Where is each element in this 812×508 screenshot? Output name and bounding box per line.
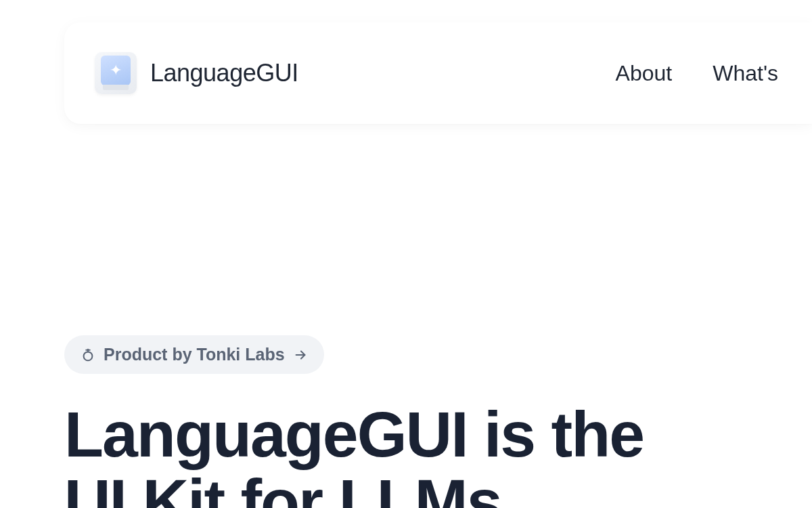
hero-title-line1: LanguageGUI is the <box>64 398 644 470</box>
product-badge[interactable]: Product by Tonki Labs <box>64 335 324 374</box>
arrow-right-icon <box>293 347 308 362</box>
navbar: ✦ LanguageGUI About What's <box>64 22 812 124</box>
badge-text: Product by Tonki Labs <box>104 345 285 364</box>
svg-point-0 <box>84 352 93 360</box>
logo-icon: ✦ <box>95 52 137 94</box>
hero-title-line2: UI Kit for LLMs <box>64 466 501 508</box>
nav-link-whats[interactable]: What's <box>713 61 778 86</box>
brand-name: LanguageGUI <box>150 59 298 87</box>
hero-title: LanguageGUI is the UI Kit for LLMs <box>64 401 778 508</box>
tonki-icon <box>81 347 95 362</box>
brand[interactable]: ✦ LanguageGUI <box>95 52 298 94</box>
nav-links: About What's <box>616 61 778 86</box>
nav-link-about[interactable]: About <box>616 61 673 86</box>
hero-section: Product by Tonki Labs LanguageGUI is the… <box>64 335 778 508</box>
